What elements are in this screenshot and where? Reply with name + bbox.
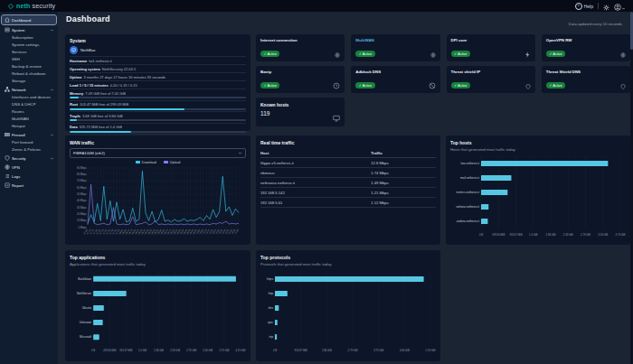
bolt-icon xyxy=(524,45,531,61)
svg-text:metrics.nethesis.it: metrics.nethesis.it xyxy=(456,191,479,194)
svg-text:30 Mbps: 30 Mbps xyxy=(77,205,87,209)
main-content: Dashboard Data updated every 10 seconds … xyxy=(58,12,633,364)
traffic-host: 192.168.5.61 xyxy=(260,198,371,208)
usage-meter xyxy=(70,108,246,110)
traffic-row: filippo-v5.nethesis.it12.8 Mbps xyxy=(260,158,436,168)
svg-text:Microsoft: Microsoft xyxy=(80,335,91,339)
svg-text:1.4 GiB: 1.4 GiB xyxy=(529,233,537,237)
system-meter-row: Memory7.09 GiB free of 7.41 GiB xyxy=(70,89,246,100)
system-info-row: Uptime3 months 27 days 17 hours 16 minut… xyxy=(70,72,246,80)
settings-gear-button[interactable] xyxy=(603,0,609,14)
sidebar-item-port-forward[interactable]: Port forward xyxy=(2,138,56,145)
chart-icon xyxy=(4,182,10,188)
svg-text:3.73 GiB: 3.73 GiB xyxy=(373,349,383,352)
sidebar-item-vpn[interactable]: VPN xyxy=(2,163,56,171)
sidebar-item-firewall[interactable]: Firewall xyxy=(2,131,56,138)
status-card-internet-connection[interactable]: Internet connection ✓ Active xyxy=(256,34,345,61)
svg-text:Ubuntu: Ubuntu xyxy=(82,306,92,310)
status-card-dpi-core[interactable]: DPI core ✓ Active xyxy=(447,34,535,61)
system-card-title: System xyxy=(70,38,246,43)
sidebar-item-reboot-shutdown[interactable]: Reboot & shutdown xyxy=(2,70,56,77)
status-card-title: MultiWAN xyxy=(355,38,435,42)
legend-item-upload: Upload xyxy=(164,161,180,164)
realtime-traffic-title: Real time traffic xyxy=(260,140,436,145)
sidebar-item-services[interactable]: Services xyxy=(2,48,56,55)
home-icon xyxy=(4,17,10,23)
svg-text:5.59 GiB: 5.59 GiB xyxy=(426,349,436,352)
svg-text:476.84 MiB: 476.84 MiB xyxy=(103,349,116,352)
status-card-title: OpenVPN RW xyxy=(546,38,626,42)
top-protocols-card: Top protocols Protocols that generated m… xyxy=(256,250,440,361)
sidebar: Dashboard System Subscription System set… xyxy=(0,12,58,364)
system-info-row: Hostnamefw1.nethesis.it xyxy=(70,56,246,64)
system-meter-row: Data925.72 MiB free of 1.4 GiB xyxy=(70,123,246,135)
nethsecurity-logo-icon xyxy=(7,3,14,10)
sidebar-item-report[interactable]: Report xyxy=(2,182,56,189)
status-card-threat-shield-dns[interactable]: Threat Shield DNS ✓ Active xyxy=(542,66,630,93)
svg-text:476.84 MiB: 476.84 MiB xyxy=(492,233,505,237)
sidebar-item-network[interactable]: Network xyxy=(2,86,56,93)
svg-text:NethServer: NethServer xyxy=(77,292,92,295)
wan-traffic-card: WAN traffic FIBRA100M (eth2) DownloadUpl… xyxy=(65,135,250,245)
status-card-adblock-dns[interactable]: Adblock DNS ✓ Active xyxy=(351,66,439,93)
sidebar-item-zones-policies[interactable]: Zones & Policies xyxy=(2,145,56,153)
svg-text:1.86 GiB: 1.86 GiB xyxy=(546,233,556,237)
status-card-title: Adblock DNS xyxy=(355,70,435,74)
page-title: Dashboard xyxy=(66,14,110,23)
monitor-icon xyxy=(333,109,340,126)
status-card-multiwan[interactable]: MultiWAN ✓ Active xyxy=(351,34,439,61)
sidebar-item-storage[interactable]: Storage xyxy=(2,77,56,84)
sidebar-item-system-settings[interactable]: System settings xyxy=(2,41,56,48)
sidebar-item-interfaces-devices[interactable]: Interfaces and devices xyxy=(2,93,56,100)
realtime-traffic-card: Real time traffic Host Traffic filippo-v… xyxy=(256,135,440,245)
sidebar-item-dashboard[interactable]: Dashboard xyxy=(2,15,56,24)
status-card-banip[interactable]: Banip ✓ Active xyxy=(256,66,345,93)
known-hosts-count: 119 xyxy=(260,110,340,117)
system-card: System NethBox Hostnamefw1.nethesis.itOp… xyxy=(65,34,250,131)
account-menu-button[interactable] xyxy=(614,0,626,14)
wan-interface-selected: FIBRA100M (eth2) xyxy=(73,151,105,155)
shield-icon xyxy=(620,77,626,93)
wan-interface-select[interactable]: FIBRA100M (eth2) xyxy=(70,148,246,158)
wan-traffic-chart: 0 Mbps10 Mbps20 Mbps30 Mbps40 Mbps50 Mbp… xyxy=(70,165,246,241)
status-badge: ✓ Active xyxy=(260,51,279,57)
svg-text:stefano.nethesis.it: stefano.nethesis.it xyxy=(456,205,479,209)
firewall-icon xyxy=(4,132,10,137)
known-hosts-card[interactable]: Known hosts 119 xyxy=(256,98,345,126)
chevron-down-icon xyxy=(238,151,242,156)
brand[interactable]: nethsecurity xyxy=(7,3,55,10)
sidebar-item-routes[interactable]: Routes xyxy=(2,107,56,115)
svg-text:0 B: 0 B xyxy=(479,233,483,237)
svg-text:Backblaze: Backblaze xyxy=(78,277,91,281)
sidebar-item-security[interactable]: Security xyxy=(2,154,56,162)
col-traffic: Traffic xyxy=(371,149,436,158)
sidebar-item-ssh[interactable]: SSH xyxy=(2,55,56,62)
nethbox-icon xyxy=(70,46,78,54)
sidebar-item-subscription[interactable]: Subscription xyxy=(2,33,56,41)
sidebar-item-hotspot[interactable]: Hotspot xyxy=(2,122,56,129)
svg-text:20 Mbps: 20 Mbps xyxy=(77,211,87,215)
sidebar-item-backup-restore[interactable]: Backup & restore xyxy=(2,62,56,70)
status-card-threat-shield-ip[interactable]: Threat shield IP ✓ Active xyxy=(447,66,535,93)
svg-text:3.73 GiB: 3.73 GiB xyxy=(616,233,626,237)
clock-icon xyxy=(333,77,340,93)
wan-traffic-legend: DownloadUpload xyxy=(70,161,246,164)
status-card-title: DPI core xyxy=(451,38,531,42)
topbar-divider xyxy=(598,3,599,9)
system-info-list: Hostnamefw1.nethesis.itOperating systemN… xyxy=(70,56,246,134)
app-window: nethsecurity ? Help Dashboard System Su xyxy=(0,0,633,364)
sidebar-item-logs[interactable]: Logs xyxy=(2,173,56,180)
help-button[interactable]: ? Help xyxy=(575,3,593,10)
sidebar-item-dns-dhcp[interactable]: DNS & DHCP xyxy=(2,100,56,107)
sidebar-item-multiwan[interactable]: MultiWAN xyxy=(2,115,56,122)
shield-icon xyxy=(525,77,531,93)
svg-text:2.79 GiB: 2.79 GiB xyxy=(581,233,590,237)
top-applications-chart: 0 B476.84 MiB953.67 MiB1.4 GiB1.86 GiB2.… xyxy=(70,266,246,357)
sidebar-item-system[interactable]: System xyxy=(2,26,56,33)
svg-text:4.66 GiB: 4.66 GiB xyxy=(400,349,410,352)
gear-icon xyxy=(603,0,609,14)
status-cards-grid: Internet connection ✓ Active MultiWAN ✓ … xyxy=(256,34,630,93)
svg-text:10 Mbps: 10 Mbps xyxy=(77,219,87,222)
globe-icon xyxy=(620,45,626,61)
status-card-openvpn-rw[interactable]: OpenVPN RW ✓ Active xyxy=(542,34,630,61)
